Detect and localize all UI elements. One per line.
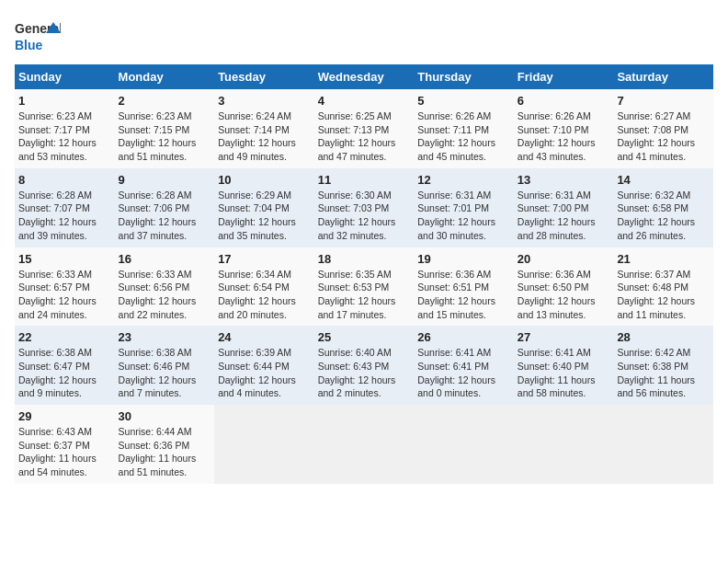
day-number: 9 (119, 173, 211, 187)
sunset-label: Sunset: 7:03 PM (318, 202, 390, 213)
calendar-cell: 14 Sunrise: 6:32 AM Sunset: 6:58 PM Dayl… (613, 168, 713, 247)
sunrise-label: Sunrise: 6:31 AM (417, 190, 491, 201)
sunset-label: Sunset: 7:01 PM (417, 202, 489, 213)
sunset-label: Sunset: 7:14 PM (218, 124, 290, 135)
daylight-label: Daylight: 12 hours and 17 minutes. (318, 295, 396, 320)
sunrise-label: Sunrise: 6:35 AM (318, 269, 392, 280)
daylight-label: Daylight: 12 hours and 24 minutes. (18, 295, 97, 320)
sunrise-label: Sunrise: 6:38 AM (18, 347, 92, 358)
day-info: Sunrise: 6:30 AM Sunset: 7:03 PM Dayligh… (318, 189, 411, 243)
day-info: Sunrise: 6:25 AM Sunset: 7:13 PM Dayligh… (318, 109, 411, 164)
day-number: 7 (617, 94, 710, 108)
calendar-week-row: 8 Sunrise: 6:28 AM Sunset: 7:07 PM Dayli… (15, 168, 713, 247)
day-info: Sunrise: 6:27 AM Sunset: 7:08 PM Dayligh… (617, 109, 710, 164)
day-info: Sunrise: 6:23 AM Sunset: 7:17 PM Dayligh… (18, 109, 111, 164)
sunrise-label: Sunrise: 6:29 AM (218, 190, 291, 201)
sunrise-label: Sunrise: 6:41 AM (518, 347, 591, 358)
sunrise-label: Sunrise: 6:28 AM (18, 190, 92, 201)
calendar-cell: 16 Sunrise: 6:33 AM Sunset: 6:56 PM Dayl… (115, 247, 215, 327)
day-number: 12 (417, 173, 510, 187)
calendar-header-row: SundayMondayTuesdayWednesdayThursdayFrid… (15, 64, 713, 89)
daylight-label: Daylight: 12 hours and 51 minutes. (119, 137, 197, 162)
sunrise-label: Sunrise: 6:31 AM (518, 190, 591, 201)
day-info: Sunrise: 6:23 AM Sunset: 7:15 PM Dayligh… (119, 109, 211, 164)
sunset-label: Sunset: 7:06 PM (119, 202, 190, 213)
day-info: Sunrise: 6:35 AM Sunset: 6:53 PM Dayligh… (318, 268, 411, 322)
day-number: 17 (218, 252, 311, 266)
sunrise-label: Sunrise: 6:41 AM (417, 347, 491, 358)
calendar-cell: 26 Sunrise: 6:41 AM Sunset: 6:41 PM Dayl… (414, 326, 514, 405)
daylight-label: Daylight: 12 hours and 32 minutes. (318, 216, 396, 241)
day-number: 5 (417, 94, 510, 108)
sunset-label: Sunset: 6:37 PM (18, 440, 90, 451)
sunrise-label: Sunrise: 6:24 AM (218, 110, 291, 121)
day-number: 1 (18, 94, 111, 108)
svg-text:Blue: Blue (15, 38, 43, 52)
sunset-label: Sunset: 7:07 PM (18, 202, 90, 213)
calendar-cell: 1 Sunrise: 6:23 AM Sunset: 7:17 PM Dayli… (15, 89, 115, 168)
calendar-cell: 22 Sunrise: 6:38 AM Sunset: 6:47 PM Dayl… (15, 326, 115, 405)
day-number: 18 (318, 252, 411, 266)
sunrise-label: Sunrise: 6:36 AM (417, 269, 491, 280)
day-info: Sunrise: 6:31 AM Sunset: 7:00 PM Dayligh… (518, 189, 610, 243)
calendar-cell: 23 Sunrise: 6:38 AM Sunset: 6:46 PM Dayl… (115, 326, 215, 405)
calendar-cell (613, 405, 713, 484)
calendar-day-header: Wednesday (314, 64, 415, 89)
daylight-label: Daylight: 12 hours and 2 minutes. (318, 374, 396, 399)
calendar-cell: 5 Sunrise: 6:26 AM Sunset: 7:11 PM Dayli… (414, 89, 514, 168)
day-info: Sunrise: 6:36 AM Sunset: 6:51 PM Dayligh… (417, 268, 510, 322)
day-info: Sunrise: 6:43 AM Sunset: 6:37 PM Dayligh… (18, 425, 111, 479)
day-info: Sunrise: 6:37 AM Sunset: 6:48 PM Dayligh… (617, 268, 710, 322)
day-number: 14 (617, 173, 710, 187)
calendar-cell: 3 Sunrise: 6:24 AM Sunset: 7:14 PM Dayli… (214, 89, 314, 168)
sunrise-label: Sunrise: 6:43 AM (18, 426, 92, 437)
day-info: Sunrise: 6:29 AM Sunset: 7:04 PM Dayligh… (218, 189, 311, 243)
calendar-week-row: 29 Sunrise: 6:43 AM Sunset: 6:37 PM Dayl… (15, 405, 713, 484)
daylight-label: Daylight: 12 hours and 49 minutes. (218, 137, 296, 162)
sunrise-label: Sunrise: 6:27 AM (617, 110, 690, 121)
day-number: 3 (218, 94, 311, 108)
day-info: Sunrise: 6:24 AM Sunset: 7:14 PM Dayligh… (218, 109, 311, 164)
day-info: Sunrise: 6:36 AM Sunset: 6:50 PM Dayligh… (518, 268, 610, 322)
calendar-week-row: 1 Sunrise: 6:23 AM Sunset: 7:17 PM Dayli… (15, 89, 713, 168)
day-number: 10 (218, 173, 311, 187)
calendar-cell (314, 405, 415, 484)
sunrise-label: Sunrise: 6:39 AM (218, 347, 291, 358)
calendar-cell: 17 Sunrise: 6:34 AM Sunset: 6:54 PM Dayl… (214, 247, 314, 327)
sunset-label: Sunset: 6:51 PM (417, 282, 489, 293)
day-info: Sunrise: 6:33 AM Sunset: 6:57 PM Dayligh… (18, 268, 111, 322)
day-info: Sunrise: 6:38 AM Sunset: 6:46 PM Dayligh… (119, 346, 211, 400)
day-info: Sunrise: 6:38 AM Sunset: 6:47 PM Dayligh… (18, 346, 111, 400)
day-number: 29 (18, 409, 111, 423)
day-info: Sunrise: 6:41 AM Sunset: 6:40 PM Dayligh… (518, 346, 610, 400)
calendar-cell: 2 Sunrise: 6:23 AM Sunset: 7:15 PM Dayli… (115, 89, 215, 168)
day-number: 21 (617, 252, 710, 266)
day-info: Sunrise: 6:28 AM Sunset: 7:07 PM Dayligh… (18, 189, 111, 243)
sunrise-label: Sunrise: 6:42 AM (617, 347, 690, 358)
day-number: 28 (617, 330, 710, 344)
calendar-day-header: Sunday (15, 64, 115, 89)
sunset-label: Sunset: 6:54 PM (218, 282, 290, 293)
sunset-label: Sunset: 7:11 PM (417, 124, 489, 135)
daylight-label: Daylight: 11 hours and 56 minutes. (617, 374, 695, 399)
calendar-cell: 24 Sunrise: 6:39 AM Sunset: 6:44 PM Dayl… (214, 326, 314, 405)
calendar-cell: 20 Sunrise: 6:36 AM Sunset: 6:50 PM Dayl… (514, 247, 614, 327)
sunset-label: Sunset: 6:58 PM (617, 202, 688, 213)
daylight-label: Daylight: 11 hours and 51 minutes. (119, 453, 197, 477)
daylight-label: Daylight: 12 hours and 26 minutes. (617, 216, 695, 241)
day-info: Sunrise: 6:44 AM Sunset: 6:36 PM Dayligh… (119, 425, 211, 479)
sunrise-label: Sunrise: 6:23 AM (119, 110, 192, 121)
daylight-label: Daylight: 12 hours and 47 minutes. (318, 137, 396, 162)
day-number: 19 (417, 252, 510, 266)
sunset-label: Sunset: 7:17 PM (18, 124, 90, 135)
calendar-cell: 12 Sunrise: 6:31 AM Sunset: 7:01 PM Dayl… (414, 168, 514, 247)
sunrise-label: Sunrise: 6:23 AM (18, 110, 92, 121)
day-number: 30 (119, 409, 211, 423)
daylight-label: Daylight: 12 hours and 35 minutes. (218, 216, 296, 241)
calendar-table: SundayMondayTuesdayWednesdayThursdayFrid… (15, 64, 713, 484)
day-info: Sunrise: 6:42 AM Sunset: 6:38 PM Dayligh… (617, 346, 710, 400)
day-number: 4 (318, 94, 411, 108)
day-number: 26 (417, 330, 510, 344)
calendar-week-row: 22 Sunrise: 6:38 AM Sunset: 6:47 PM Dayl… (15, 326, 713, 405)
sunrise-label: Sunrise: 6:26 AM (518, 110, 591, 121)
